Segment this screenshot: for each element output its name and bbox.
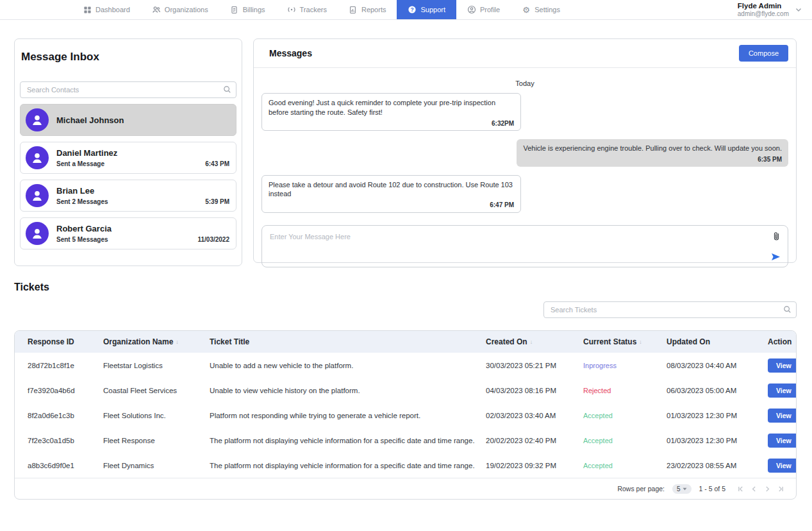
contact-subtitle: Sent a Message (56, 160, 104, 167)
person-icon (30, 226, 44, 240)
search-tickets-input[interactable] (543, 301, 797, 318)
paperclip-icon (772, 232, 781, 241)
header-created-on[interactable]: Created On↓ (486, 337, 583, 346)
message-text: Vehicle is experiencing engine trouble. … (523, 144, 782, 152)
view-button[interactable]: View (768, 409, 797, 423)
header-ticket-title[interactable]: Ticket Title↓ (210, 337, 486, 346)
settings-icon: ⚙ (522, 5, 531, 14)
nav-item-profile[interactable]: Profile (456, 0, 511, 19)
day-label: Today (261, 80, 788, 87)
view-button[interactable]: View (768, 459, 797, 473)
view-button[interactable]: View (768, 384, 797, 398)
nav-item-trackers[interactable]: Trackers (276, 0, 338, 19)
rows-per-page-select[interactable]: 5 (672, 484, 692, 494)
header-current-status[interactable]: Current Status↓ (583, 337, 667, 346)
cell-response-id: 7f2e3c0a1d5b (28, 437, 103, 444)
tickets-table: Response ID↓ Organization Name↓ Ticket T… (14, 330, 797, 500)
top-nav: Dashboard Organizations Billings Tracker… (0, 0, 812, 20)
compose-button[interactable]: Compose (739, 45, 788, 62)
cell-ticket-title: Platform not responding while trying to … (210, 412, 486, 419)
cell-response-id: 28d72b1c8f1e (28, 362, 103, 369)
person-icon (30, 151, 44, 165)
cell-created-on: 02/03/2023 03:40 AM (486, 412, 583, 419)
cell-ticket-title: The platform not displaying vehicle info… (210, 462, 486, 469)
table-header-row: Response ID↓ Organization Name↓ Ticket T… (15, 331, 796, 353)
chevron-right-icon (764, 485, 771, 493)
header-organization-name[interactable]: Organization Name↓ (103, 337, 210, 346)
contact-item[interactable]: Brian Lee Sent 2 Messages 5:39 PM (20, 180, 236, 212)
nav-item-support[interactable]: ? Support (397, 0, 456, 19)
user-email: admin@flyde.com (738, 10, 789, 17)
nav-label: Dashboard (95, 6, 130, 13)
message-row: Vehicle is experiencing engine trouble. … (261, 139, 788, 166)
attach-button[interactable] (771, 230, 782, 242)
sort-icon: ↓ (530, 339, 533, 345)
nav-item-dashboard[interactable]: Dashboard (72, 0, 141, 19)
message-text: Please take a detour and avoid Route 102… (269, 181, 513, 198)
avatar (26, 184, 49, 207)
message-input[interactable] (262, 226, 761, 267)
status-badge: Accepted (583, 437, 667, 444)
support-icon: ? (408, 5, 417, 14)
nav-item-reports[interactable]: Reports (338, 0, 397, 19)
cell-created-on: 20/02/2023 02:40 PM (486, 437, 583, 444)
chevron-left-icon (750, 485, 758, 493)
cell-updated-on: 23/02/2023 08:55 AM (667, 462, 768, 469)
cell-updated-on: 01/03/2023 12:30 PM (667, 412, 768, 419)
cell-organization: Fleetstar Logistics (103, 362, 210, 369)
message-row: Please take a detour and avoid Route 102… (261, 175, 788, 213)
contact-list: Michael Johnson Daniel M (20, 104, 236, 249)
nav-item-billings[interactable]: Billings (219, 0, 276, 19)
contact-name: Brian Lee (56, 186, 229, 196)
cell-response-id: a8b3c6d9f0e1 (28, 462, 103, 469)
status-badge: Accepted (583, 462, 667, 469)
caret-down-icon (683, 487, 687, 491)
last-page-button[interactable] (777, 485, 784, 493)
tickets-title: Tickets (14, 282, 797, 293)
message-bubble: Good evening! Just a quick reminder to c… (261, 93, 521, 131)
cell-response-id: 8f2a0d6e1c3b (28, 412, 103, 419)
first-page-button[interactable] (737, 485, 744, 493)
person-icon (30, 189, 44, 203)
next-page-button[interactable] (764, 485, 771, 493)
table-row: 8f2a0d6e1c3b Fleet Solutions Inc. Platfo… (15, 403, 796, 428)
contact-time: 5:39 PM (205, 198, 229, 205)
header-updated-on[interactable]: Updated On↓ (667, 337, 768, 346)
message-bubble: Please take a detour and avoid Route 102… (261, 175, 521, 213)
cell-updated-on: 08/03/2023 04:40 AM (667, 362, 768, 369)
header-response-id[interactable]: Response ID↓ (28, 337, 103, 346)
avatar (26, 108, 49, 131)
cell-updated-on: 06/03/2023 05:00 AM (667, 387, 768, 394)
view-button[interactable]: View (768, 358, 797, 373)
billings-icon (230, 5, 239, 14)
view-button[interactable]: View (768, 434, 797, 448)
cell-ticket-title: Unable to view vehicle history on the pl… (210, 387, 486, 394)
messages-title: Messages (269, 48, 312, 58)
reports-icon (349, 5, 358, 14)
nav-item-organizations[interactable]: Organizations (141, 0, 219, 19)
contact-item[interactable]: Michael Johnson (20, 104, 236, 136)
cell-ticket-title: Unable to add a new vehicle to the platf… (210, 362, 486, 369)
previous-page-button[interactable] (750, 485, 758, 493)
nav-label: Reports (361, 6, 386, 13)
contact-name: Robert Garcia (56, 224, 229, 233)
table-row: 28d72b1c8f1e Fleetstar Logistics Unable … (15, 353, 796, 378)
nav-label: Settings (534, 6, 560, 13)
contact-name: Daniel Martinez (56, 148, 229, 158)
cell-organization: Fleet Dynamics (103, 462, 210, 469)
user-menu[interactable]: Flyde Admin admin@flyde.com (738, 0, 812, 19)
trackers-icon (287, 5, 296, 14)
user-name: Flyde Admin (738, 2, 789, 10)
status-badge: Inprogress (583, 362, 667, 369)
send-button[interactable] (770, 251, 782, 262)
nav-label: Organizations (165, 6, 208, 13)
search-contacts-input[interactable] (20, 81, 236, 98)
message-bubble: Vehicle is experiencing engine trouble. … (517, 139, 788, 166)
nav-item-settings[interactable]: ⚙ Settings (511, 0, 571, 19)
inbox-title: Message Inbox (20, 51, 236, 63)
header-action: Action↓ (768, 337, 791, 346)
message-time: 6:47 PM (269, 201, 514, 210)
contact-item[interactable]: Robert Garcia Sent 5 Messages 11/03/2022 (20, 217, 236, 249)
contact-item[interactable]: Daniel Martinez Sent a Message 6:43 PM (20, 142, 236, 174)
dashboard-icon (83, 5, 92, 14)
